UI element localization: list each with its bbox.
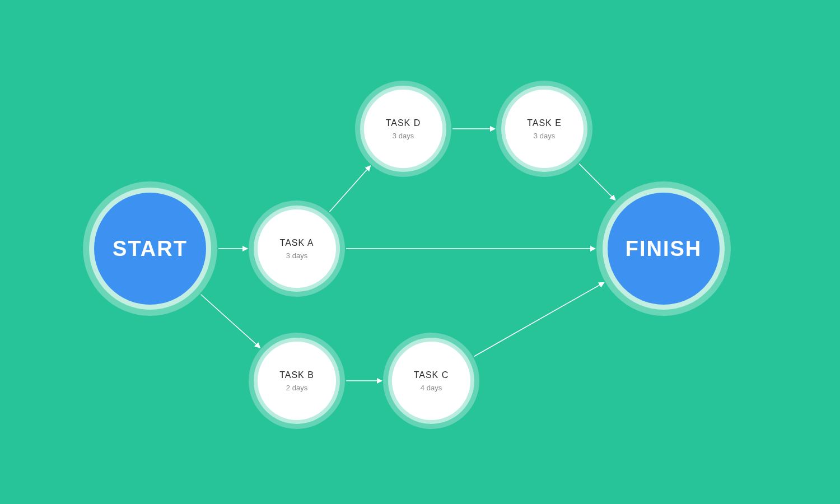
node-task-e: TASK E 3 days: [505, 90, 584, 168]
diagram-stage: START FINISH TASK A 3 days TASK B 2 days…: [0, 0, 840, 504]
edge-c-to-finish: [474, 282, 604, 356]
edge-start-to-b: [201, 295, 260, 348]
node-task-a-duration: 3 days: [286, 251, 307, 260]
node-task-b-duration: 2 days: [286, 384, 307, 392]
node-task-e-duration: 3 days: [534, 132, 555, 140]
node-task-c-label: TASK C: [414, 370, 449, 380]
node-task-b-label: TASK B: [279, 370, 314, 380]
node-task-d-label: TASK D: [386, 118, 421, 128]
node-task-a-label: TASK A: [280, 238, 314, 248]
node-task-c-duration: 4 days: [421, 384, 442, 392]
node-task-e-label: TASK E: [527, 118, 562, 128]
node-start: START: [94, 193, 206, 305]
node-start-label: START: [113, 237, 188, 261]
node-task-b: TASK B 2 days: [258, 342, 336, 420]
node-finish: FINISH: [608, 193, 720, 305]
node-task-c: TASK C 4 days: [392, 342, 470, 420]
node-task-a: TASK A 3 days: [258, 209, 336, 288]
node-task-d-duration: 3 days: [393, 132, 414, 140]
node-task-d: TASK D 3 days: [364, 90, 442, 168]
node-finish-label: FINISH: [626, 237, 702, 261]
edge-e-to-finish: [579, 164, 615, 200]
edge-a-to-d: [329, 166, 370, 212]
